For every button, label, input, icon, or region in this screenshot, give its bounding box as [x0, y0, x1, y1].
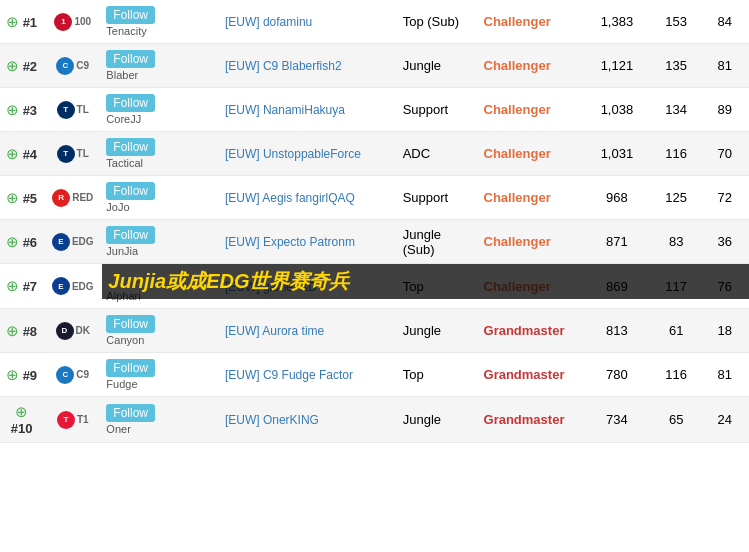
add-icon[interactable]: ⊕ [6, 57, 19, 74]
add-icon[interactable]: ⊕ [6, 13, 19, 30]
losses-cell: 89 [700, 88, 749, 132]
follow-button[interactable]: Follow [106, 50, 155, 68]
wins-cell: 135 [652, 44, 700, 88]
table-row: ⊕ #7 E EDG Junjia或成EDG世界赛奇兵 Alphari[EUW]… [0, 264, 749, 309]
lp-cell: 1,038 [582, 88, 652, 132]
role-cell: Support [399, 176, 480, 220]
losses-cell: 72 [700, 176, 749, 220]
rank-number: #10 [11, 421, 33, 436]
rank-cell: ⊕ #7 [0, 264, 43, 309]
role-value: Support [403, 102, 449, 117]
wins-value: 65 [669, 412, 683, 427]
losses-value: 18 [717, 323, 731, 338]
add-icon[interactable]: ⊕ [6, 145, 19, 162]
leaderboard-container: ⊕ #1 1 100 FollowTenacity[EUW] dofaminuT… [0, 0, 749, 443]
table-row: ⊕ #10 T T1 FollowOner[EUW] OnerKINGJungl… [0, 397, 749, 443]
summoner-link[interactable]: [EUW] Aegis fangirlQAQ [225, 191, 355, 205]
follow-button[interactable]: Follow [106, 138, 155, 156]
team-logo: E [52, 277, 70, 295]
table-row: ⊕ #2 C C9 FollowBlaber[EUW] C9 Blaberfis… [0, 44, 749, 88]
overlay-banner: Junjia或成EDG世界赛奇兵 [102, 264, 749, 299]
role-cell: Jungle [399, 397, 480, 443]
table-row: ⊕ #3 T TL FollowCoreJJ[EUW] NanamiHakuya… [0, 88, 749, 132]
losses-cell: 70 [700, 132, 749, 176]
add-icon[interactable]: ⊕ [6, 322, 19, 339]
tier-value: Challenger [484, 146, 551, 161]
team-logo: D [56, 322, 74, 340]
add-icon[interactable]: ⊕ [6, 366, 19, 383]
summoner-link[interactable]: [EUW] OnerKING [225, 413, 319, 427]
wins-cell: 134 [652, 88, 700, 132]
add-icon[interactable]: ⊕ [15, 403, 28, 420]
lp-value: 1,038 [601, 102, 634, 117]
lp-cell: 780 [582, 353, 652, 397]
follow-button[interactable]: Follow [106, 226, 155, 244]
table-row: ⊕ #4 T TL FollowTactical[EUW] Unstoppabl… [0, 132, 749, 176]
wins-value: 135 [665, 58, 687, 73]
tier-value: Challenger [484, 14, 551, 29]
team-logo: T [57, 145, 75, 163]
team-label: EDG [72, 281, 94, 292]
follow-button[interactable]: Follow [106, 182, 155, 200]
lp-value: 871 [606, 234, 628, 249]
summoner-link[interactable]: [EUW] dofaminu [225, 15, 312, 29]
player-name: Tenacity [106, 25, 217, 37]
lp-cell: 968 [582, 176, 652, 220]
team-logo: 1 [54, 13, 72, 31]
lp-value: 734 [606, 412, 628, 427]
tier-cell: Challenger [480, 132, 582, 176]
follow-button[interactable]: Follow [106, 404, 155, 422]
summoner-link[interactable]: [EUW] UnstoppableForce [225, 147, 361, 161]
role-value: Jungle [403, 323, 441, 338]
summoner-cell: [EUW] NanamiHakuya [221, 88, 399, 132]
summoner-cell: [EUW] Expecto Patronm [221, 220, 399, 264]
role-value: Support [403, 190, 449, 205]
follow-button[interactable]: Follow [106, 359, 155, 377]
rank-number: #2 [23, 59, 37, 74]
table-row: ⊕ #5 R RED FollowJoJo[EUW] Aegis fangirl… [0, 176, 749, 220]
rank-number: #6 [23, 235, 37, 250]
summoner-link[interactable]: [EUW] Expecto Patronm [225, 235, 355, 249]
add-icon[interactable]: ⊕ [6, 233, 19, 250]
add-icon[interactable]: ⊕ [6, 189, 19, 206]
wins-value: 116 [665, 146, 687, 161]
role-cell: ADC [399, 132, 480, 176]
table-row: ⊕ #1 1 100 FollowTenacity[EUW] dofaminuT… [0, 0, 749, 44]
player-name: Tactical [106, 157, 217, 169]
summoner-link[interactable]: [EUW] NanamiHakuya [225, 103, 345, 117]
summoner-link[interactable]: [EUW] C9 Fudge Factor [225, 368, 353, 382]
team-label: TL [77, 148, 89, 159]
lp-value: 968 [606, 190, 628, 205]
add-icon[interactable]: ⊕ [6, 101, 19, 118]
summoner-link[interactable]: [EUW] C9 Blaberfish2 [225, 59, 342, 73]
add-icon[interactable]: ⊕ [6, 277, 19, 294]
team-logo: C [56, 57, 74, 75]
losses-value: 24 [717, 412, 731, 427]
losses-cell: 18 [700, 309, 749, 353]
follow-button[interactable]: Follow [106, 6, 155, 24]
role-value: Top [403, 367, 424, 382]
rank-number: #1 [23, 15, 37, 30]
lp-cell: 1,031 [582, 132, 652, 176]
wins-cell: 116 [652, 132, 700, 176]
summoner-link[interactable]: [EUW] Aurora time [225, 324, 324, 338]
tier-cell: Challenger [480, 220, 582, 264]
team-logo: T [57, 411, 75, 429]
lp-value: 813 [606, 323, 628, 338]
follow-cell: FollowTenacity [102, 0, 221, 44]
team-icon: T TL [57, 101, 89, 119]
team-label: C9 [76, 60, 89, 71]
rank-cell: ⊕ #6 [0, 220, 43, 264]
team-logo: E [52, 233, 70, 251]
team-icon: C C9 [56, 366, 89, 384]
leaderboard-table: ⊕ #1 1 100 FollowTenacity[EUW] dofaminuT… [0, 0, 749, 443]
tier-cell: Grandmaster [480, 397, 582, 443]
team-icon: T TL [57, 145, 89, 163]
follow-button[interactable]: Follow [106, 315, 155, 333]
losses-cell: 24 [700, 397, 749, 443]
follow-button[interactable]: Follow [106, 94, 155, 112]
rank-cell: ⊕ #4 [0, 132, 43, 176]
rank-number: #7 [23, 279, 37, 294]
team-icon: T T1 [57, 411, 89, 429]
tier-cell: Challenger [480, 0, 582, 44]
